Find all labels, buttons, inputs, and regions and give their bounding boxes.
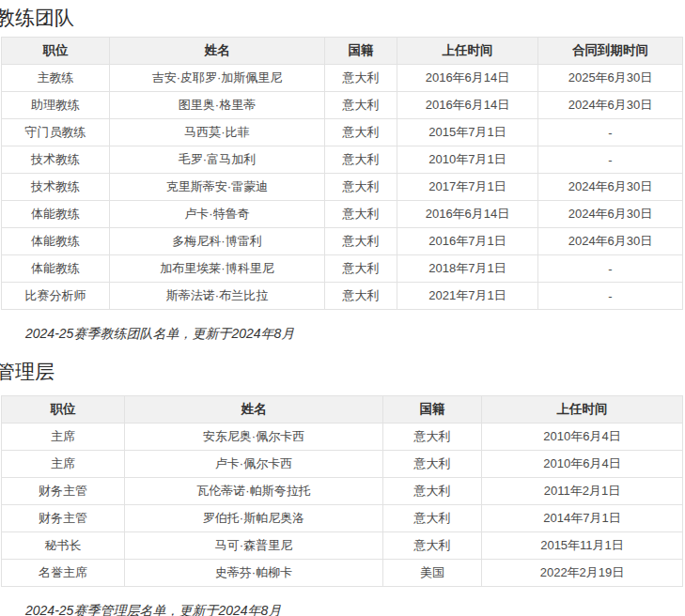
table-cell: 2016年6月14日 <box>397 201 538 228</box>
column-header: 合同到期时间 <box>538 38 683 65</box>
table-cell: 助理教练 <box>2 92 110 119</box>
table-cell: 财务主管 <box>2 505 125 532</box>
table-row: 主教练吉安·皮耶罗·加斯佩里尼意大利2016年6月14日2025年6月30日 <box>2 65 683 92</box>
table-cell: - <box>538 283 683 310</box>
table-row: 体能教练加布里埃莱·博科里尼意大利2018年7月1日- <box>2 255 683 283</box>
page: 教练团队 职位姓名国籍上任时间合同到期时间主教练吉安·皮耶罗·加斯佩里尼意大利2… <box>0 0 685 616</box>
table-row: 体能教练多梅尼科·博雷利意大利2016年7月1日2024年6月30日 <box>2 228 683 255</box>
table-cell: 财务主管 <box>2 478 125 505</box>
column-header: 姓名 <box>110 38 325 65</box>
table-cell: 美国 <box>383 560 482 587</box>
table-cell: 技术教练 <box>2 146 110 174</box>
table-cell: 意大利 <box>325 119 397 146</box>
table-cell: 意大利 <box>325 92 397 119</box>
table-cell: 秘书长 <box>2 532 125 560</box>
table-cell: 克里斯蒂安·雷蒙迪 <box>110 174 325 201</box>
table-cell: 安东尼奥·佩尔卡西 <box>125 424 383 451</box>
table-cell: 2010年6月4日 <box>482 451 683 478</box>
coaching-table-caption: 2024-25赛季教练团队名单，更新于2024年8月 <box>25 326 685 341</box>
table-cell: 2017年7月1日 <box>397 174 538 201</box>
header-row: 职位姓名国籍上任时间 <box>2 396 683 424</box>
table-cell: 2022年2月19日 <box>482 560 683 587</box>
management-table: 职位姓名国籍上任时间主席安东尼奥·佩尔卡西意大利2010年6月4日主席卢卡·佩尔… <box>1 395 683 587</box>
table-cell: 2024年6月30日 <box>538 201 683 228</box>
table-cell: 2016年6月14日 <box>397 92 538 119</box>
column-header: 姓名 <box>125 396 383 424</box>
table-cell: 守门员教练 <box>2 119 110 146</box>
column-header: 上任时间 <box>482 396 683 424</box>
table-row: 秘书长马可·森普里尼意大利2015年11月1日 <box>2 532 683 560</box>
column-header: 上任时间 <box>397 38 538 65</box>
table-cell: 2016年6月14日 <box>397 65 538 92</box>
table-cell: 意大利 <box>325 255 397 283</box>
column-header: 职位 <box>2 396 125 424</box>
column-header: 国籍 <box>383 396 482 424</box>
table-cell: 斯蒂法诺·布兰比拉 <box>110 283 325 310</box>
table-row: 技术教练克里斯蒂安·雷蒙迪意大利2017年7月1日2024年6月30日 <box>2 174 683 201</box>
table-cell: 比赛分析师 <box>2 283 110 310</box>
table-cell: 2024年6月30日 <box>538 228 683 255</box>
table-row: 体能教练卢卡·特鲁奇意大利2016年6月14日2024年6月30日 <box>2 201 683 228</box>
table-cell: 意大利 <box>325 283 397 310</box>
column-header: 国籍 <box>325 38 397 65</box>
table-cell: 马可·森普里尼 <box>125 532 383 560</box>
table-cell: 2018年7月1日 <box>397 255 538 283</box>
table-cell: 主席 <box>2 451 125 478</box>
table-row: 主席安东尼奥·佩尔卡西意大利2010年6月4日 <box>2 424 683 451</box>
table-row: 名誉主席史蒂芬·帕柳卡美国2022年2月19日 <box>2 560 683 587</box>
table-cell: 瓦伦蒂诺·帕斯夸拉托 <box>125 478 383 505</box>
table-cell: 体能教练 <box>2 228 110 255</box>
table-cell: - <box>538 255 683 283</box>
table-cell: 2011年2月1日 <box>482 478 683 505</box>
table-row: 主席卢卡·佩尔卡西意大利2010年6月4日 <box>2 451 683 478</box>
table-cell: - <box>538 119 683 146</box>
table-cell: 主席 <box>2 424 125 451</box>
table-cell: 马西莫·比菲 <box>110 119 325 146</box>
table-cell: 加布里埃莱·博科里尼 <box>110 255 325 283</box>
table-cell: 意大利 <box>325 65 397 92</box>
table-cell: 图里奥·格里蒂 <box>110 92 325 119</box>
table-cell: 2015年7月1日 <box>397 119 538 146</box>
table-cell: 罗伯托·斯帕尼奥洛 <box>125 505 383 532</box>
table-cell: 2021年7月1日 <box>397 283 538 310</box>
table-cell: 史蒂芬·帕柳卡 <box>125 560 383 587</box>
table-cell: 意大利 <box>383 532 482 560</box>
table-row: 守门员教练马西莫·比菲意大利2015年7月1日- <box>2 119 683 146</box>
table-cell: - <box>538 146 683 174</box>
table-cell: 意大利 <box>325 146 397 174</box>
table-cell: 2014年7月1日 <box>482 505 683 532</box>
table-cell: 吉安·皮耶罗·加斯佩里尼 <box>110 65 325 92</box>
table-cell: 2010年7月1日 <box>397 146 538 174</box>
coaching-section-title: 教练团队 <box>0 6 685 30</box>
table-cell: 意大利 <box>383 505 482 532</box>
management-table-caption: 2024-25赛季管理层名单，更新于2024年8月 <box>25 603 685 616</box>
table-row: 助理教练图里奥·格里蒂意大利2016年6月14日2024年6月30日 <box>2 92 683 119</box>
table-row: 技术教练毛罗·富马加利意大利2010年7月1日- <box>2 146 683 174</box>
table-cell: 意大利 <box>383 424 482 451</box>
table-cell: 卢卡·佩尔卡西 <box>125 451 383 478</box>
table-row: 财务主管瓦伦蒂诺·帕斯夸拉托意大利2011年2月1日 <box>2 478 683 505</box>
table-cell: 名誉主席 <box>2 560 125 587</box>
table-cell: 2015年11月1日 <box>482 532 683 560</box>
table-cell: 卢卡·特鲁奇 <box>110 201 325 228</box>
table-cell: 2010年6月4日 <box>482 424 683 451</box>
table-cell: 意大利 <box>325 228 397 255</box>
table-row: 比赛分析师斯蒂法诺·布兰比拉意大利2021年7月1日- <box>2 283 683 310</box>
table-cell: 主教练 <box>2 65 110 92</box>
table-cell: 2024年6月30日 <box>538 174 683 201</box>
table-cell: 体能教练 <box>2 255 110 283</box>
table-cell: 2025年6月30日 <box>538 65 683 92</box>
table-cell: 意大利 <box>383 478 482 505</box>
table-cell: 2024年6月30日 <box>538 92 683 119</box>
table-cell: 多梅尼科·博雷利 <box>110 228 325 255</box>
table-cell: 意大利 <box>325 174 397 201</box>
table-cell: 毛罗·富马加利 <box>110 146 325 174</box>
management-section-title: 管理层 <box>0 360 685 384</box>
table-cell: 技术教练 <box>2 174 110 201</box>
coaching-table: 职位姓名国籍上任时间合同到期时间主教练吉安·皮耶罗·加斯佩里尼意大利2016年6… <box>1 37 683 310</box>
table-cell: 2016年7月1日 <box>397 228 538 255</box>
table-cell: 体能教练 <box>2 201 110 228</box>
header-row: 职位姓名国籍上任时间合同到期时间 <box>2 38 683 65</box>
column-header: 职位 <box>2 38 110 65</box>
table-cell: 意大利 <box>325 201 397 228</box>
